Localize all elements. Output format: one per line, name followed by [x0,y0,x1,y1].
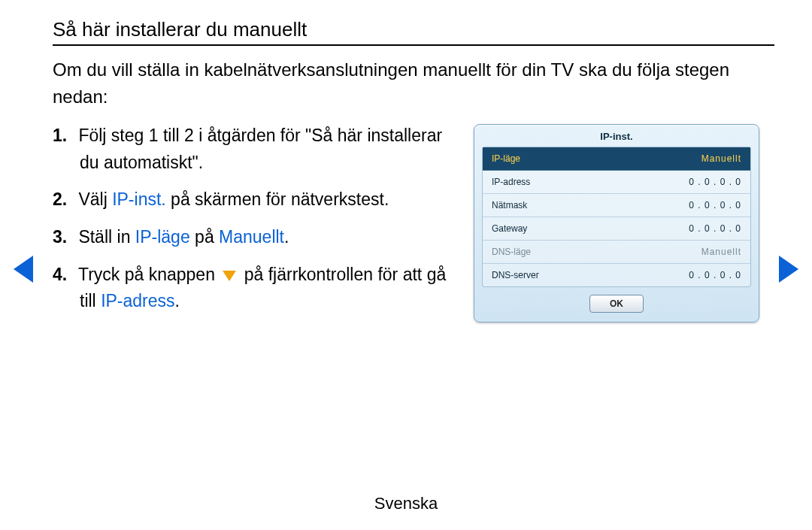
row-dns-server[interactable]: DNS-server 0 . 0 . 0 . 0 [483,264,750,286]
intro-text: Om du vill ställa in kabelnätverksanslut… [53,56,774,111]
panel-title: IP-inst. [474,125,759,147]
step-2: Välj IP-inst. på skärmen för nätverkstes… [53,186,459,214]
step-2-post: på skärmen för nätverkstest. [166,189,389,209]
ok-button-wrap: OK [474,295,759,313]
step-3-pre: Ställ in [78,227,135,247]
steps-column: Följ steg 1 till 2 i åtgärden för "Så hä… [53,123,474,326]
row-netmask[interactable]: Nätmask 0 . 0 . 0 . 0 [483,194,750,217]
step-3-post: . [284,227,289,247]
steps-list: Följ steg 1 till 2 i åtgärden för "Så hä… [53,123,459,315]
step-1: Följ steg 1 till 2 i åtgärden för "Så hä… [53,123,459,176]
row-gateway[interactable]: Gateway 0 . 0 . 0 . 0 [483,217,750,241]
row-ip-mode-label: IP-läge [492,153,520,164]
language-footer: Svenska [0,494,812,513]
step-3-hl2: Manuellt [219,227,284,247]
step-4-hl: IP-adress [101,291,174,310]
row-ip-address[interactable]: IP-adress 0 . 0 . 0 . 0 [483,171,750,194]
panel-column: IP-inst. IP-läge Manuellt IP-adress 0 . … [474,124,759,326]
row-gateway-value: 0 . 0 . 0 . 0 [689,223,741,234]
row-ip-mode-value: Manuellt [701,153,741,164]
step-4: Tryck på knappen på fjärrkontrollen för … [53,262,459,315]
ok-button[interactable]: OK [589,295,644,313]
row-ip-address-label: IP-adress [492,177,530,187]
row-netmask-value: 0 . 0 . 0 . 0 [689,200,741,210]
row-dns-mode-label: DNS-läge [492,247,531,257]
row-gateway-label: Gateway [492,223,527,234]
step-3: Ställ in IP-läge på Manuellt. [53,224,459,251]
next-page-arrow-icon[interactable] [779,256,798,283]
step-1-text: Följ steg 1 till 2 i åtgärden för "Så hä… [78,126,442,172]
step-3-mid: på [190,227,219,247]
manual-page: Så här installerar du manuellt Om du vil… [0,0,812,530]
page-title: Så här installerar du manuellt [53,18,774,46]
row-netmask-label: Nätmask [492,200,527,210]
ip-settings-panel: IP-inst. IP-läge Manuellt IP-adress 0 . … [474,124,759,323]
row-dns-mode-value: Manuellt [701,247,741,257]
step-4-post: . [175,291,180,310]
content-columns: Följ steg 1 till 2 i åtgärden för "Så hä… [53,123,774,326]
row-dns-server-value: 0 . 0 . 0 . 0 [689,270,741,280]
step-2-highlight: IP-inst. [112,189,166,209]
down-arrow-icon [223,271,236,281]
prev-page-arrow-icon[interactable] [14,256,33,283]
row-ip-address-value: 0 . 0 . 0 . 0 [689,177,741,187]
row-dns-server-label: DNS-server [492,270,539,280]
row-dns-mode[interactable]: DNS-läge Manuellt [483,241,750,264]
row-ip-mode[interactable]: IP-läge Manuellt [483,147,750,171]
panel-body: IP-läge Manuellt IP-adress 0 . 0 . 0 . 0… [482,147,751,287]
step-3-hl1: IP-läge [135,227,190,247]
step-2-pre: Välj [78,189,112,209]
step-4-pre: Tryck på knappen [78,265,220,284]
